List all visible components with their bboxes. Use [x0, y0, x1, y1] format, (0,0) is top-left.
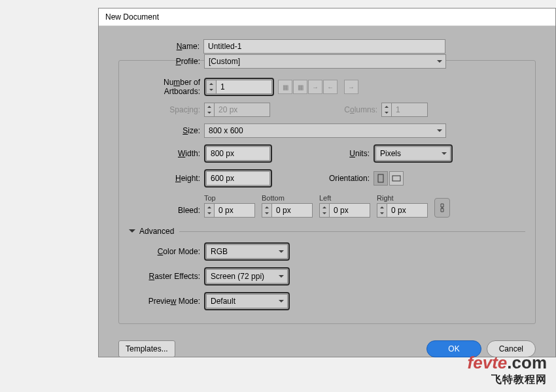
spacing-spinner	[204, 103, 215, 117]
landscape-icon	[392, 174, 401, 182]
bleed-top-input[interactable]	[215, 203, 255, 218]
grid-layout-icon: ▦	[278, 80, 292, 94]
bleed-top-spinner[interactable]	[204, 203, 215, 218]
raster-label: Raster Effects:	[129, 272, 204, 281]
spacing-label: Spacing:	[129, 105, 204, 114]
artboards-input[interactable]	[217, 80, 272, 94]
preview-select[interactable]: Default	[206, 294, 288, 308]
bleed-left-spinner[interactable]	[319, 203, 330, 218]
bleed-link-button[interactable]	[434, 198, 450, 218]
grid-layout-icon: ▦	[293, 80, 307, 94]
name-input[interactable]	[203, 39, 445, 54]
columns-spinner	[381, 103, 392, 117]
units-select[interactable]: Pixels	[375, 146, 451, 161]
bleed-label: Bleed:	[129, 206, 204, 218]
dialog-title: New Document	[99, 8, 555, 26]
bleed-left-label: Left	[319, 194, 370, 202]
orientation-landscape-button[interactable]	[389, 171, 404, 186]
bleed-bottom-spinner[interactable]	[262, 203, 272, 218]
profile-select[interactable]: [Custom]	[204, 54, 446, 69]
advanced-label: Advanced	[139, 227, 174, 236]
templates-button[interactable]: Templates...	[118, 340, 175, 357]
orientation-label: Orientation:	[272, 174, 374, 183]
artboards-spinner[interactable]	[206, 80, 217, 94]
arrow-right-icon: →	[344, 80, 358, 94]
bleed-top-label: Top	[204, 194, 255, 202]
watermark: fevte.com 飞特教程网	[468, 353, 547, 387]
size-label: Size:	[129, 126, 204, 135]
svg-rect-0	[378, 174, 383, 182]
orientation-portrait-button[interactable]	[374, 171, 388, 186]
advanced-toggle[interactable]: Advanced	[129, 227, 525, 236]
height-label: Height:	[129, 174, 204, 183]
width-label: Width:	[129, 149, 204, 158]
artboards-label: Number of Artboards:	[129, 78, 204, 96]
width-input[interactable]	[206, 146, 270, 161]
raster-select[interactable]: Screen (72 ppi)	[206, 269, 288, 284]
bleed-bottom-label: Bottom	[262, 194, 313, 202]
bleed-right-spinner[interactable]	[377, 203, 387, 218]
row-left-icon: ←	[323, 80, 338, 94]
new-document-dialog: New Document Name: Profile: [Custom] Num…	[98, 8, 556, 357]
bleed-left-input[interactable]	[330, 203, 370, 218]
preview-label: Preview Mode:	[129, 297, 204, 306]
profile-label: Profile:	[129, 57, 204, 66]
divider	[179, 231, 525, 232]
size-select[interactable]: 800 x 600	[204, 123, 446, 138]
columns-label: Columns:	[270, 105, 381, 114]
bleed-right-label: Right	[377, 194, 428, 202]
units-label: Units:	[272, 149, 374, 158]
link-icon	[439, 203, 445, 213]
bleed-right-input[interactable]	[387, 203, 428, 218]
svg-rect-1	[392, 176, 400, 181]
bleed-bottom-input[interactable]	[272, 203, 313, 218]
spacing-input	[215, 103, 270, 117]
height-input[interactable]	[206, 171, 270, 186]
portrait-icon	[377, 174, 385, 183]
colormode-select[interactable]: RGB	[206, 244, 288, 259]
row-right-icon: →	[308, 80, 322, 94]
columns-input	[392, 103, 428, 117]
name-label: Name:	[118, 42, 203, 51]
colormode-label: Color Mode:	[129, 247, 204, 256]
